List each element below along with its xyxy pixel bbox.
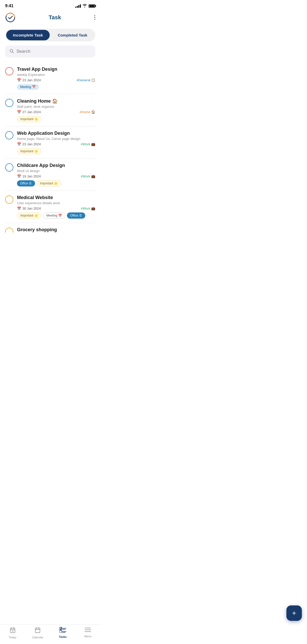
tag: Office 🗓: [17, 180, 35, 186]
task-title-2: Cleaning Home 🏠: [17, 98, 95, 104]
task-date-row-1: 📅 23 Jan 2024 #General 📋: [17, 78, 95, 82]
task-title-6: Grocery shopping: [17, 227, 95, 232]
task-content-5: Medical Website User experience details …: [17, 195, 95, 219]
app-logo: [5, 12, 15, 23]
task-checkbox-6[interactable]: [5, 228, 13, 236]
task-category-3: #Work 💼: [81, 142, 95, 146]
calendar-icon: 📅: [17, 174, 21, 178]
task-subtitle-3: Home page, About Us, Carrer page design: [17, 137, 95, 141]
calendar-icon: 📅: [17, 78, 21, 82]
task-title-3: Web Application Design: [17, 131, 95, 136]
task-date-3: 📅 23 Jan 2024: [17, 142, 41, 146]
task-checkbox-5[interactable]: [5, 195, 13, 204]
tag: Important 🌟: [37, 180, 61, 186]
task-category-1: #General 📋: [77, 78, 95, 82]
task-content-4: Childcare App Design Work Ui design 📅 19…: [17, 163, 95, 186]
tag: Office 🗓: [67, 212, 85, 219]
search-bar[interactable]: [5, 46, 95, 57]
calendar-icon: 📅: [17, 207, 21, 210]
search-input[interactable]: [16, 49, 91, 54]
task-content-1: Travel App Design weekly Exploration 📅 2…: [17, 67, 95, 90]
status-time: 9:41: [5, 4, 13, 8]
header: Task: [0, 10, 100, 27]
task-checkbox-1[interactable]: [5, 67, 13, 75]
task-content-2: Cleaning Home 🏠 Wall paint, desk organiz…: [17, 98, 95, 122]
task-content-3: Web Application Design Home page, About …: [17, 131, 95, 154]
task-content-6: Grocery shopping: [17, 227, 95, 233]
task-date-1: 📅 23 Jan 2024: [17, 78, 41, 82]
tab-incomplete[interactable]: Incomplete Task: [6, 30, 50, 40]
task-checkbox-2[interactable]: [5, 99, 13, 107]
task-tags-3: Important 🌟: [17, 148, 95, 154]
search-icon: [9, 49, 14, 54]
task-tags-1: Meeting 📅: [17, 84, 95, 90]
task-tabs: Incomplete Task Completed Task: [5, 29, 95, 41]
task-tags-4: Office 🗓 Important 🌟: [17, 180, 95, 186]
signal-icon: [75, 4, 81, 8]
task-category-4: #Work 💼: [81, 174, 95, 178]
status-bar: 9:41: [0, 0, 100, 10]
table-row[interactable]: Travel App Design weekly Exploration 📅 2…: [5, 62, 95, 94]
wifi-icon: [82, 4, 87, 8]
task-subtitle-4: Work Ui design: [17, 169, 95, 173]
task-category-2: #Home 🏠: [80, 110, 95, 114]
tag: Meeting 📅: [43, 212, 65, 219]
more-button[interactable]: [94, 15, 95, 20]
task-date-row-5: 📅 30 Jan 2024 #Work 💼: [17, 207, 95, 210]
task-subtitle-5: User experience details work: [17, 201, 95, 205]
task-date-5: 📅 30 Jan 2024: [17, 207, 41, 210]
task-subtitle-1: weekly Exploration: [17, 73, 95, 77]
page-title: Task: [49, 14, 61, 21]
task-date-row-2: 📅 27 Jan 2024 #Home 🏠: [17, 110, 95, 114]
task-list: Travel App Design weekly Exploration 📅 2…: [0, 62, 100, 256]
task-date-2: 📅 27 Jan 2024: [17, 110, 41, 114]
task-title-4: Childcare App Design: [17, 163, 95, 168]
tab-completed[interactable]: Completed Task: [51, 30, 94, 40]
calendar-icon: 📅: [17, 110, 21, 114]
tag: Meeting 📅: [17, 84, 39, 90]
task-date-row-3: 📅 23 Jan 2024 #Work 💼: [17, 142, 95, 146]
task-category-5: #Work 💼: [81, 207, 95, 210]
task-date-4: 📅 19 Jan 2024: [17, 174, 41, 178]
task-tags-2: Important 🌟: [17, 116, 95, 122]
task-checkbox-4[interactable]: [5, 163, 13, 172]
task-date-row-4: 📅 19 Jan 2024 #Work 💼: [17, 174, 95, 178]
task-tags-5: Important 🌟 Meeting 📅 Office 🗓: [17, 212, 95, 219]
task-checkbox-3[interactable]: [5, 131, 13, 139]
table-row[interactable]: Grocery shopping: [5, 223, 95, 256]
task-subtitle-2: Wall paint, desk organize: [17, 105, 95, 109]
battery-icon: [89, 4, 95, 8]
tag: Important 🌟: [17, 116, 41, 122]
svg-line-3: [12, 52, 13, 53]
tag: Important 🌟: [17, 212, 41, 219]
tag: Important 🌟: [17, 148, 41, 154]
table-row[interactable]: Childcare App Design Work Ui design 📅 19…: [5, 159, 95, 191]
status-icons: [75, 4, 95, 8]
task-title-1: Travel App Design: [17, 67, 95, 72]
table-row[interactable]: Medical Website User experience details …: [5, 191, 95, 223]
calendar-icon: 📅: [17, 142, 21, 146]
task-title-5: Medical Website: [17, 195, 95, 200]
table-row[interactable]: Web Application Design Home page, About …: [5, 127, 95, 159]
table-row[interactable]: Cleaning Home 🏠 Wall paint, desk organiz…: [5, 94, 95, 127]
